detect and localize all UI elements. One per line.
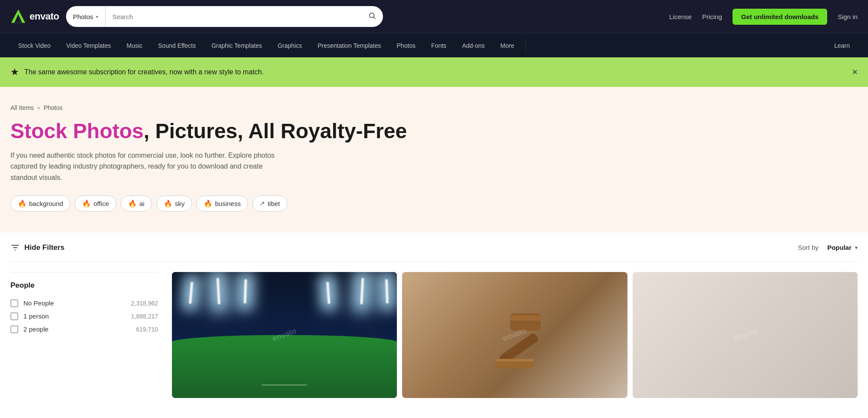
- nav-item-presentation-templates[interactable]: Presentation Templates: [310, 33, 389, 57]
- filter-label-1-person: 1 person: [23, 312, 126, 320]
- chevron-down-icon: ▾: [96, 14, 98, 19]
- nav-item-music[interactable]: Music: [119, 33, 150, 57]
- filter-1-person[interactable]: 1 person 1,888,217: [10, 310, 158, 323]
- nav-item-add-ons[interactable]: Add-ons: [454, 33, 492, 57]
- abstract-image: envato: [633, 272, 858, 398]
- nav-item-photos[interactable]: Photos: [389, 33, 424, 57]
- search-type-label: Photos: [73, 13, 93, 20]
- tag-label: sky: [175, 200, 185, 207]
- nav-item-sound-effects[interactable]: Sound Effects: [150, 33, 204, 57]
- chevron-down-icon: ▾: [855, 245, 858, 251]
- star-icon: ★: [10, 66, 19, 78]
- search-bar: Photos ▾: [66, 6, 383, 27]
- photo-card-stadium[interactable]: envato: [172, 272, 397, 398]
- tag-sky[interactable]: 🔥 sky: [156, 196, 192, 212]
- trending-tags: 🔥 background 🔥 office 🔥 ai 🔥 sky 🔥 busin…: [10, 196, 858, 212]
- content-area: People No People 2,318,962 1 person 1,88…: [10, 262, 858, 398]
- logo[interactable]: envato: [10, 9, 59, 24]
- breadcrumb-all-items[interactable]: All Items: [10, 104, 34, 111]
- checkbox-no-people[interactable]: [10, 299, 18, 307]
- page-description: If you need authentic stock photos for c…: [10, 150, 288, 183]
- filter-icon: [10, 243, 20, 252]
- fire-icon: 🔥: [204, 199, 212, 208]
- sort-label: Sort by: [798, 244, 818, 251]
- sort-label-space: [822, 244, 824, 251]
- logo-text: envato: [30, 11, 59, 22]
- nav-item-graphics[interactable]: Graphics: [270, 33, 310, 57]
- nav-item-fonts[interactable]: Fonts: [423, 33, 454, 57]
- search-type-selector[interactable]: Photos ▾: [66, 6, 106, 27]
- hero-section: All Items » Photos Stock Photos, Picture…: [0, 87, 868, 232]
- fire-icon: 🔥: [164, 199, 172, 208]
- sidebar-divider: [10, 272, 158, 272]
- fire-icon: 🔥: [18, 199, 26, 208]
- fire-icon: 🔥: [128, 199, 137, 208]
- envato-logo-icon: [10, 9, 26, 24]
- svg-rect-11: [495, 359, 534, 362]
- tag-background[interactable]: 🔥 background: [10, 196, 70, 212]
- tag-label: tibet: [267, 200, 280, 207]
- breadcrumb: All Items » Photos: [10, 104, 858, 111]
- nav-item-graphic-templates[interactable]: Graphic Templates: [204, 33, 270, 57]
- stadium-image: envato: [172, 272, 397, 398]
- filter-count-no-people: 2,318,962: [131, 300, 158, 307]
- gavel-svg: [471, 292, 558, 378]
- photo-card-abstract[interactable]: envato: [633, 272, 858, 398]
- search-icon: [368, 12, 376, 20]
- svg-line-3: [373, 17, 375, 19]
- hide-filters-button[interactable]: Hide Filters: [10, 243, 65, 252]
- nav-item-stock-video[interactable]: Stock Video: [10, 33, 58, 57]
- tag-office[interactable]: 🔥 office: [75, 196, 116, 212]
- filter-2-people[interactable]: 2 people 619,710: [10, 323, 158, 336]
- breadcrumb-current: Photos: [43, 104, 63, 111]
- nav-item-more[interactable]: More: [492, 33, 522, 57]
- hide-filters-label: Hide Filters: [24, 243, 65, 252]
- tag-label: ai: [139, 200, 145, 207]
- breadcrumb-separator: »: [37, 105, 40, 111]
- secondary-navigation: Stock Video Video Templates Music Sound …: [0, 33, 868, 57]
- filter-label-2-people: 2 people: [23, 325, 131, 333]
- tag-label: office: [93, 200, 109, 207]
- photo-card-gavel[interactable]: envato: [402, 272, 627, 398]
- main-content: Hide Filters Sort by Popular ▾ People No…: [0, 232, 868, 398]
- filter-count-2-people: 619,710: [136, 326, 158, 333]
- sort-selector[interactable]: Sort by Popular ▾: [798, 244, 858, 251]
- tag-business[interactable]: 🔥 business: [196, 196, 248, 212]
- license-link[interactable]: License: [669, 13, 692, 20]
- filter-label-no-people: No People: [23, 299, 126, 307]
- fire-icon: 🔥: [82, 199, 91, 208]
- search-submit-button[interactable]: [361, 12, 383, 22]
- filter-no-people[interactable]: No People 2,318,962: [10, 297, 158, 310]
- search-input[interactable]: [106, 13, 361, 20]
- filter-count-1-person: 1,888,217: [131, 313, 158, 320]
- page-title-accent: Stock Photos: [10, 119, 144, 143]
- nav-links: License Pricing Get unlimited downloads …: [669, 9, 858, 25]
- nav-item-video-templates[interactable]: Video Templates: [58, 33, 119, 57]
- banner-text: The same awesome subscription for creati…: [24, 68, 264, 76]
- photo-grid: envato: [172, 272, 858, 398]
- filter-section-people: People: [10, 281, 158, 290]
- tag-label: business: [215, 200, 241, 207]
- svg-rect-9: [510, 315, 541, 321]
- checkbox-2-people[interactable]: [10, 325, 18, 333]
- filters-sidebar: People No People 2,318,962 1 person 1,88…: [10, 272, 158, 398]
- sort-value: Popular: [827, 244, 851, 251]
- page-title-rest: , Pictures, All Royalty-Free: [144, 119, 407, 143]
- banner-close-button[interactable]: ×: [852, 66, 858, 78]
- top-navigation: envato Photos ▾ License Pricing Get unli…: [0, 0, 868, 33]
- tag-tibet[interactable]: ↗ tibet: [252, 196, 287, 212]
- tag-ai[interactable]: 🔥 ai: [121, 196, 152, 212]
- signin-link[interactable]: Sign in: [838, 13, 858, 20]
- promo-banner: ★ The same awesome subscription for crea…: [0, 57, 868, 87]
- tag-label: background: [29, 200, 63, 207]
- trend-icon: ↗: [260, 200, 265, 207]
- get-unlimited-downloads-button[interactable]: Get unlimited downloads: [733, 9, 827, 25]
- nav-item-learn[interactable]: Learn: [826, 33, 858, 57]
- filter-bar: Hide Filters Sort by Popular ▾: [10, 232, 858, 262]
- gavel-image: envato: [402, 272, 627, 398]
- nav-divider: [525, 39, 526, 52]
- checkbox-1-person[interactable]: [10, 312, 18, 320]
- svg-point-2: [370, 13, 374, 18]
- pricing-link[interactable]: Pricing: [702, 13, 722, 20]
- page-title: Stock Photos, Pictures, All Royalty-Free: [10, 120, 858, 143]
